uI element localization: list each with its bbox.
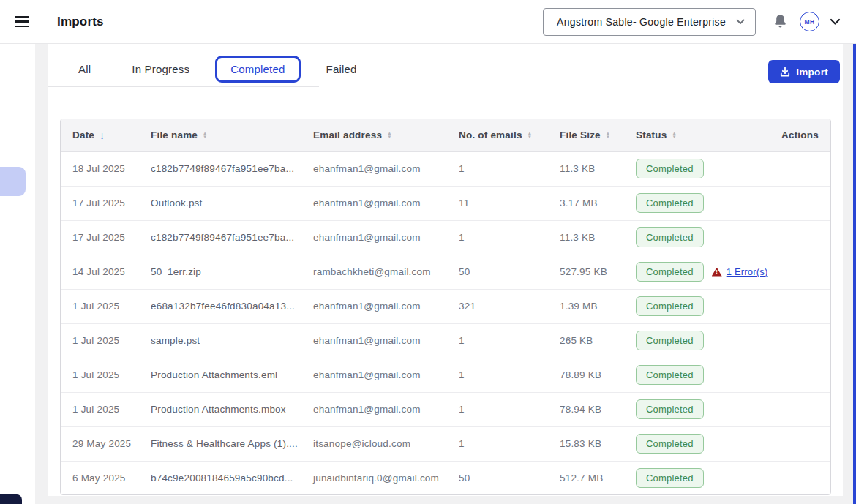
cell-file-name: b74c9e2008184659a5c90bcd... [139,461,301,495]
status-badge: Completed [636,262,704,282]
table-body: 18 Jul 2025 c182b7749f89467fa951ee7ba...… [61,151,831,495]
chevron-down-icon [830,18,841,26]
cell-status: Completed [624,220,770,255]
warning-icon [712,268,722,277]
cell-date: 14 Jul 2025 [61,255,139,289]
chevron-down-icon [736,19,745,25]
status-badge: Completed [636,227,704,247]
import-button[interactable]: Import [768,60,840,83]
cell-file-name: Production Attachments.eml [139,358,301,392]
cell-date: 1 Jul 2025 [61,392,139,426]
cell-emails-count: 1 [447,151,548,186]
cell-file-size: 527.95 KB [548,255,624,289]
cell-email: ehanfman1@gmail.com [301,392,447,426]
column-header-emails-count[interactable]: No. of emails▲▼ [447,119,548,151]
screen-right-border [853,0,856,504]
cell-actions [770,151,831,186]
page-title: Imports [57,15,104,29]
notifications-button[interactable] [770,12,789,31]
tab-completed[interactable]: Completed [215,56,300,83]
column-header-file-size[interactable]: File Size▲▼ [548,119,624,151]
cell-actions [770,358,831,392]
org-selector-dropdown[interactable]: Angstrom Sable- Google Enterprise [543,8,756,36]
cell-email: rambachkheti@gmail.com [301,255,447,289]
table-header-row: Date↓ File name▲▼ Email address▲▼ No. of… [61,119,831,151]
hamburger-bar [15,20,29,23]
cell-file-name: c182b7749f89467fa951ee7ba... [139,151,301,186]
cell-status: Completed [624,461,770,495]
cell-email: itsanope@icloud.com [301,426,447,461]
status-badge: Completed [636,296,704,316]
cell-email: ehanfman1@gmail.com [301,220,447,255]
cell-emails-count: 1 [447,358,548,392]
column-header-status[interactable]: Status▲▼ [624,119,770,151]
error-link[interactable]: 1 Error(s) [727,266,768,277]
cell-actions [770,426,831,461]
cell-file-size: 15.83 KB [548,426,624,461]
cell-actions [770,289,831,323]
download-icon [780,67,790,78]
cell-date: 1 Jul 2025 [61,289,139,323]
cell-email: ehanfman1@gmail.com [301,289,447,323]
cell-status: Completed [624,323,770,358]
hamburger-menu-button[interactable] [10,10,35,34]
status-badge: Completed [636,468,704,488]
cell-status: Completed [624,392,770,426]
sort-icon: ▲▼ [387,131,391,138]
cell-file-size: 1.39 MB [548,289,624,323]
cell-emails-count: 50 [447,255,548,289]
cell-date: 18 Jul 2025 [61,151,139,186]
cell-date: 29 May 2025 [61,426,139,461]
cell-status: Completed [624,289,770,323]
cell-email: ehanfman1@gmail.com [301,323,447,358]
tab-all[interactable]: All [63,56,106,83]
org-selector-value: Angstrom Sable- Google Enterprise [557,16,726,28]
cell-status: Completed 1 Error(s) [624,255,770,289]
user-menu-chevron[interactable] [827,14,843,30]
cell-emails-count: 1 [447,220,548,255]
column-header-actions: Actions [770,119,831,151]
status-badge: Completed [636,193,704,213]
table-row: 18 Jul 2025 c182b7749f89467fa951ee7ba...… [61,151,831,186]
hamburger-bar [15,26,29,28]
cell-date: 17 Jul 2025 [61,220,139,255]
chat-widget-partial[interactable] [0,494,22,504]
cell-email: ehanfman1@gmail.com [301,151,447,186]
cell-file-size: 78.94 KB [548,392,624,426]
cell-email: junaidbintariq.0@gmail.com [301,461,447,495]
table-row: 1 Jul 2025 e68a132b7fee46fd830a04a13... … [61,289,831,323]
import-button-label: Import [796,67,828,78]
tab-in-progress[interactable]: In Progress [116,56,205,83]
avatar-initials: MH [804,18,814,26]
screen: Imports Angstrom Sable- Google Enterpris… [0,0,856,504]
tabs-underline [48,86,319,87]
table-row: 6 May 2025 b74c9e2008184659a5c90bcd... j… [61,461,831,495]
sort-icon: ▲▼ [528,131,532,138]
column-header-file-name[interactable]: File name▲▼ [139,119,301,151]
cell-file-name: 50_1err.zip [139,255,301,289]
cell-status: Completed [624,358,770,392]
cell-emails-count: 50 [447,461,548,495]
column-header-date[interactable]: Date↓ [61,119,139,151]
cell-actions [770,186,831,220]
cell-date: 6 May 2025 [61,461,139,495]
cell-actions [770,323,831,358]
cell-actions [770,255,831,289]
tab-failed[interactable]: Failed [311,56,372,83]
cell-emails-count: 1 [447,323,548,358]
sidebar-active-indicator[interactable] [0,167,26,196]
table-row: 17 Jul 2025 c182b7749f89467fa951ee7ba...… [61,220,831,255]
bell-icon [773,14,787,29]
column-header-email[interactable]: Email address▲▼ [301,119,447,151]
cell-date: 17 Jul 2025 [61,186,139,220]
topbar-right: Angstrom Sable- Google Enterprise MH [543,8,843,36]
status-badge: Completed [636,434,704,454]
sort-icon: ▲▼ [203,131,207,138]
cell-file-size: 512.7 MB [548,461,624,495]
cell-file-size: 11.3 KB [548,220,624,255]
user-avatar[interactable]: MH [800,12,819,31]
sort-icon: ▲▼ [672,131,676,138]
cell-file-size: 265 KB [548,323,624,358]
cell-file-name: Fitness & Healthcare Apps (1).... [139,426,301,461]
cell-actions [770,220,831,255]
